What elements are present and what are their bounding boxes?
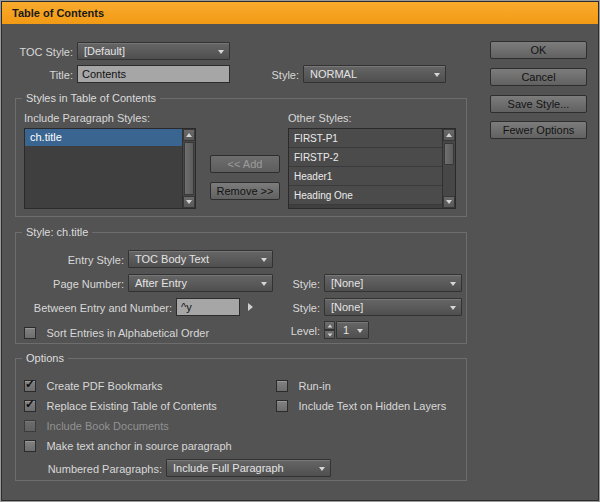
checkbox-box <box>276 380 288 392</box>
numbered-paragraphs-value: Include Full Paragraph <box>173 462 284 474</box>
checkbox-include-book-documents: Include Book Documents <box>24 416 169 430</box>
checkbox-label: Include Text on Hidden Layers <box>298 400 446 412</box>
level-label: Level: <box>276 325 320 337</box>
flyout-menu-icon[interactable] <box>248 303 253 311</box>
options-group-title: Options <box>22 352 68 364</box>
toc-style-dropdown[interactable]: [Default] <box>77 42 230 60</box>
between-style-value: [None] <box>331 301 363 313</box>
other-styles-label: Other Styles: <box>288 112 352 124</box>
check-icon: ✓ <box>25 397 35 411</box>
checkbox-create-pdf-bookmarks[interactable]: ✓ Create PDF Bookmarks <box>24 376 163 390</box>
include-paragraph-styles-label: Include Paragraph Styles: <box>24 112 150 124</box>
page-number-style-label: Style: <box>276 278 320 290</box>
dialog-titlebar[interactable]: Table of Contents <box>2 2 598 24</box>
cancel-button[interactable]: Cancel <box>490 68 587 86</box>
checkbox-replace-existing-toc[interactable]: ✓ Replace Existing Table of Contents <box>24 396 217 410</box>
entry-style-label: Entry Style: <box>20 254 124 266</box>
add-button[interactable]: << Add <box>210 155 280 173</box>
title-style-value: NORMAL <box>310 68 357 80</box>
list-item-selected[interactable]: ch.title <box>25 129 182 146</box>
page-number-value: After Entry <box>135 277 187 289</box>
list-item[interactable]: FIRST-P1 <box>289 129 442 148</box>
table-of-contents-dialog: Table of Contents TOC Style: [Default] T… <box>0 0 600 502</box>
checkbox-box: ✓ <box>24 380 36 392</box>
between-style-label: Style: <box>276 302 320 314</box>
level-value: 1 <box>343 324 349 336</box>
ok-button[interactable]: OK <box>490 41 587 59</box>
between-style-dropdown[interactable]: [None] <box>324 298 462 316</box>
between-entry-number-label: Between Entry and Number: <box>20 302 172 314</box>
entry-style-dropdown[interactable]: TOC Body Text <box>128 250 273 268</box>
checkbox-label: Replace Existing Table of Contents <box>46 400 216 412</box>
list-item[interactable]: Header1 <box>289 167 442 186</box>
chevron-down-icon <box>218 50 224 54</box>
toc-style-label: TOC Style: <box>11 46 73 58</box>
checkbox-label: Include Book Documents <box>46 420 168 432</box>
checkbox-label: Create PDF Bookmarks <box>46 380 162 392</box>
numbered-paragraphs-label: Numbered Paragraphs: <box>24 463 162 475</box>
save-style-button[interactable]: Save Style... <box>490 95 587 113</box>
toc-style-value: [Default] <box>84 45 125 57</box>
checkbox-box <box>24 420 36 432</box>
page-number-style-dropdown[interactable]: [None] <box>324 274 462 292</box>
level-spinner-down[interactable] <box>324 330 335 339</box>
checkbox-include-hidden-layers[interactable]: Include Text on Hidden Layers <box>276 396 446 410</box>
fewer-options-button[interactable]: Fewer Options <box>490 121 587 139</box>
checkbox-run-in[interactable]: Run-in <box>276 376 331 390</box>
chevron-down-icon <box>319 467 325 471</box>
checkbox-sort-entries[interactable]: Sort Entries in Alphabetical Order <box>24 323 209 337</box>
other-list-scrollbar[interactable] <box>442 129 455 208</box>
chevron-down-icon <box>450 282 456 286</box>
checkbox-box <box>24 327 36 339</box>
page-number-style-value: [None] <box>331 277 363 289</box>
checkbox-box: ✓ <box>24 400 36 412</box>
list-item[interactable]: FIRSTP-2 <box>289 148 442 167</box>
checkbox-label: Make text anchor in source paragraph <box>46 440 231 452</box>
scrollbar-thumb[interactable] <box>184 142 194 195</box>
checkbox-label: Run-in <box>298 380 330 392</box>
dialog-title: Table of Contents <box>12 7 104 19</box>
styles-group: Styles in Table of Contents Include Para… <box>15 98 467 217</box>
level-spinner-up[interactable] <box>324 321 335 330</box>
scroll-up-icon[interactable] <box>443 129 455 141</box>
scrollbar-thumb[interactable] <box>444 143 454 165</box>
options-group: Options ✓ Create PDF Bookmarks Run-in ✓ … <box>15 358 467 481</box>
checkbox-box <box>276 400 288 412</box>
checkbox-box <box>24 440 36 452</box>
checkbox-make-text-anchor[interactable]: Make text anchor in source paragraph <box>24 436 232 450</box>
include-list-scrollbar[interactable] <box>182 129 195 208</box>
between-entry-number-input[interactable] <box>176 298 240 316</box>
level-dropdown[interactable]: 1 <box>336 321 369 339</box>
title-style-dropdown[interactable]: NORMAL <box>303 65 446 83</box>
style-detail-group: Style: ch.title Entry Style: TOC Body Te… <box>15 232 467 344</box>
title-input[interactable] <box>77 65 230 83</box>
include-styles-list[interactable]: ch.title <box>24 128 196 209</box>
page-number-label: Page Number: <box>20 278 124 290</box>
chevron-down-icon <box>450 306 456 310</box>
numbered-paragraphs-dropdown[interactable]: Include Full Paragraph <box>166 459 331 477</box>
scroll-up-icon[interactable] <box>183 129 195 141</box>
style-label-top: Style: <box>263 69 299 81</box>
chevron-down-icon <box>357 329 363 333</box>
checkbox-label: Sort Entries in Alphabetical Order <box>46 327 209 339</box>
chevron-down-icon <box>261 258 267 262</box>
scroll-down-icon[interactable] <box>443 196 455 208</box>
style-detail-group-title: Style: ch.title <box>22 226 92 238</box>
title-label: Title: <box>11 69 73 81</box>
page-number-dropdown[interactable]: After Entry <box>128 274 273 292</box>
check-icon: ✓ <box>25 377 35 391</box>
scroll-down-icon[interactable] <box>183 196 195 208</box>
entry-style-value: TOC Body Text <box>135 253 209 265</box>
other-styles-list[interactable]: FIRST-P1 FIRSTP-2 Header1 Heading One <box>288 128 456 209</box>
styles-group-title: Styles in Table of Contents <box>22 92 160 104</box>
chevron-down-icon <box>434 73 440 77</box>
list-item[interactable]: Heading One <box>289 186 442 205</box>
remove-button[interactable]: Remove >> <box>210 182 280 200</box>
chevron-down-icon <box>261 282 267 286</box>
